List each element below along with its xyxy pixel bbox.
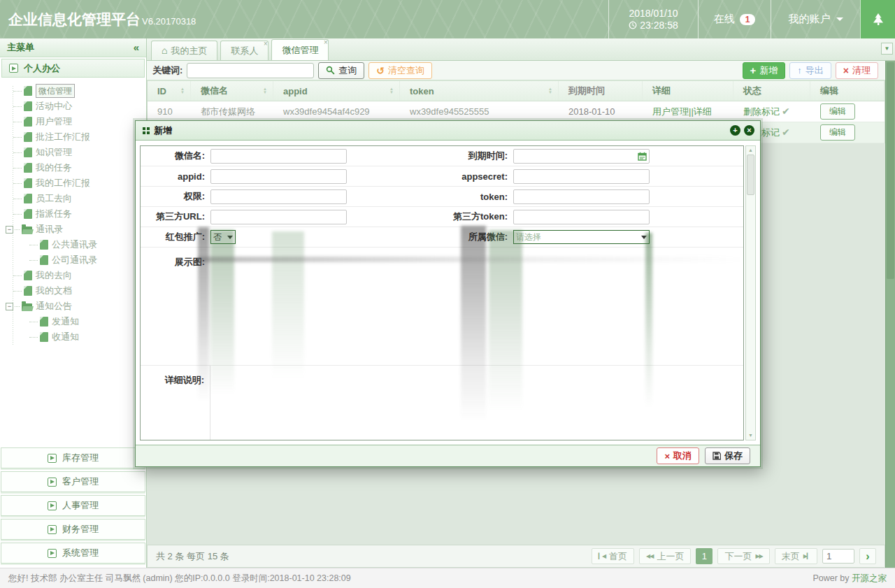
sidebar-item-hr[interactable]: 人事管理	[1, 495, 145, 516]
export-button[interactable]: ↑ 导出	[789, 62, 831, 79]
third-party-token-input[interactable]	[513, 210, 650, 224]
add-button[interactable]: + 新增	[743, 62, 786, 79]
tree-item-public-contacts[interactable]: 公共通讯录	[0, 237, 146, 252]
sidebar: 主菜单 « 个人办公 微信管理 活动中心 用户管理 批注工作汇报 知识管理 我的…	[0, 38, 147, 568]
column-header-appid[interactable]: appid	[273, 81, 400, 101]
save-button[interactable]: 保存	[705, 447, 750, 464]
search-button[interactable]: 查询	[318, 62, 364, 79]
account-menu[interactable]: 我的账户	[771, 0, 860, 38]
permission-input[interactable]	[210, 189, 347, 204]
section-icon	[48, 501, 57, 510]
appsecret-input[interactable]	[513, 169, 650, 184]
power-link[interactable]: 开源之家	[852, 573, 887, 583]
prev-page-button[interactable]: ◀◀上一页	[639, 548, 691, 564]
sidebar-item-finance[interactable]: 财务管理	[1, 519, 145, 540]
expire-time-input[interactable]	[513, 149, 650, 164]
vertical-scrollbar[interactable]	[885, 61, 895, 568]
edit-button[interactable]: 编辑	[820, 103, 855, 120]
app-version: V6.20170318	[142, 16, 196, 27]
red-packet-select[interactable]: 否	[210, 230, 236, 244]
dialog-close-button[interactable]: ×	[744, 125, 754, 136]
current-time-row: 23:28:58	[629, 20, 678, 31]
sidebar-item-customer[interactable]: 客户管理	[1, 471, 145, 492]
column-header-token[interactable]: token	[400, 81, 559, 101]
scroll-up-icon[interactable]: ▲	[748, 146, 753, 155]
detail-link[interactable]: 详细	[694, 106, 712, 117]
clean-button[interactable]: × 清理	[836, 62, 878, 79]
scroll-down-icon[interactable]: ▼	[748, 431, 753, 440]
tree-item-knowledge-management[interactable]: 知识管理	[0, 145, 146, 160]
token-input[interactable]	[513, 189, 650, 204]
file-icon	[24, 117, 32, 127]
column-header-wechat-name[interactable]: 微信名	[191, 81, 273, 101]
current-page[interactable]: 1	[696, 548, 713, 564]
clear-search-button[interactable]: ↺ 清空查询	[368, 62, 432, 79]
user-management-link[interactable]: 用户管理	[652, 106, 689, 117]
wechat-name-input[interactable]	[210, 149, 347, 164]
sidebar-title: 主菜单	[7, 38, 34, 57]
tree-item-my-documents[interactable]: 我的文档	[0, 283, 146, 299]
calendar-icon[interactable]	[638, 152, 647, 161]
tree-item-my-whereabouts[interactable]: 我的去向	[0, 268, 146, 283]
sort-icon[interactable]	[180, 87, 185, 94]
tree-item-notice[interactable]: −通知公告	[0, 299, 146, 314]
app-header: 企业信息化管理平台V6.20170318 2018/01/10 23:28:58…	[0, 0, 895, 38]
tree-item-activity-center[interactable]: 活动中心	[0, 99, 146, 114]
display-image-area[interactable]	[210, 248, 743, 365]
go-page-button[interactable]: ›	[859, 548, 876, 564]
sort-icon[interactable]	[263, 87, 267, 94]
close-tab-icon[interactable]	[264, 41, 268, 48]
delete-mark-link[interactable]: 删除标记	[743, 106, 780, 117]
edit-button[interactable]: 编辑	[820, 124, 855, 141]
online-status[interactable]: 在线 1	[698, 0, 771, 38]
tab-list-button[interactable]: ▼	[881, 43, 893, 55]
tree-icon	[872, 13, 885, 27]
tree-item-assign-tasks[interactable]: 指派任务	[0, 206, 146, 222]
tree-item-send-notice[interactable]: 发通知	[0, 314, 146, 329]
column-header-id[interactable]: ID	[148, 81, 191, 101]
scrollbar-thumb[interactable]	[747, 155, 754, 195]
next-page-button[interactable]: 下一页▶▶	[717, 548, 769, 564]
tree-item-annotate-work-report[interactable]: 批注工作汇报	[0, 129, 146, 145]
dialog-titlebar[interactable]: 新增 + ×	[136, 121, 760, 141]
scrollbar-thumb[interactable]	[887, 62, 894, 279]
third-party-url-input[interactable]	[210, 210, 347, 224]
cancel-button[interactable]: × 取消	[657, 447, 699, 464]
tree-item-employee-whereabouts[interactable]: 员工去向	[0, 191, 146, 206]
sidebar-section-personal-office[interactable]: 个人办公	[1, 59, 145, 78]
last-page-button[interactable]: 末页▶▎	[775, 548, 817, 564]
sidebar-item-inventory[interactable]: 库存管理	[1, 447, 145, 468]
tree-item-user-management[interactable]: 用户管理	[0, 114, 146, 129]
collapse-sidebar-button[interactable]: «	[134, 38, 139, 57]
collapse-node-icon[interactable]: −	[6, 303, 13, 310]
tree-item-my-work-report[interactable]: 我的工作汇报	[0, 175, 146, 191]
keyword-input[interactable]	[187, 63, 314, 78]
tab-contacts[interactable]: 联系人	[220, 41, 268, 60]
column-header-status: 状态	[733, 81, 810, 101]
tab-home[interactable]: ⌂ 我的主页	[151, 41, 217, 60]
description-area[interactable]	[210, 366, 743, 440]
last-page-icon: ▶▎	[803, 553, 810, 559]
folder-icon	[22, 227, 32, 234]
tree-item-company-contacts[interactable]: 公司通讯录	[0, 252, 146, 268]
dialog-scrollbar[interactable]: ▲ ▼	[745, 145, 756, 440]
collapse-node-icon[interactable]: −	[6, 226, 13, 234]
tree-item-contacts[interactable]: −通讯录	[0, 222, 146, 237]
sort-icon[interactable]	[548, 87, 552, 94]
appid-input[interactable]	[210, 169, 347, 184]
theme-button[interactable]	[860, 0, 895, 38]
tree-item-receive-notice[interactable]: 收通知	[0, 329, 146, 345]
owner-wechat-select[interactable]: 请选择	[513, 230, 650, 244]
table-row[interactable]: 910 都市传媒网络 wx39dfe9454af4c929 wx39dfe945…	[148, 101, 885, 122]
tree-item-wechat-management[interactable]: 微信管理	[0, 83, 146, 99]
dialog-maximize-button[interactable]: +	[730, 125, 740, 136]
sort-icon[interactable]	[389, 87, 394, 94]
first-page-button[interactable]: ▎◀首页	[592, 548, 634, 564]
tree-item-my-tasks[interactable]: 我的任务	[0, 160, 146, 175]
page-input[interactable]	[822, 549, 854, 564]
next-page-icon: ▶▶	[755, 553, 762, 559]
close-tab-icon[interactable]	[324, 39, 328, 46]
pagination-bar: 共 2 条 每页 15 条 ▎◀首页 ◀◀上一页 1 下一页▶▶ 末页▶▎ ›	[147, 545, 885, 568]
sidebar-item-system[interactable]: 系统管理	[1, 543, 145, 564]
tab-wechat-management[interactable]: 微信管理	[271, 39, 329, 60]
